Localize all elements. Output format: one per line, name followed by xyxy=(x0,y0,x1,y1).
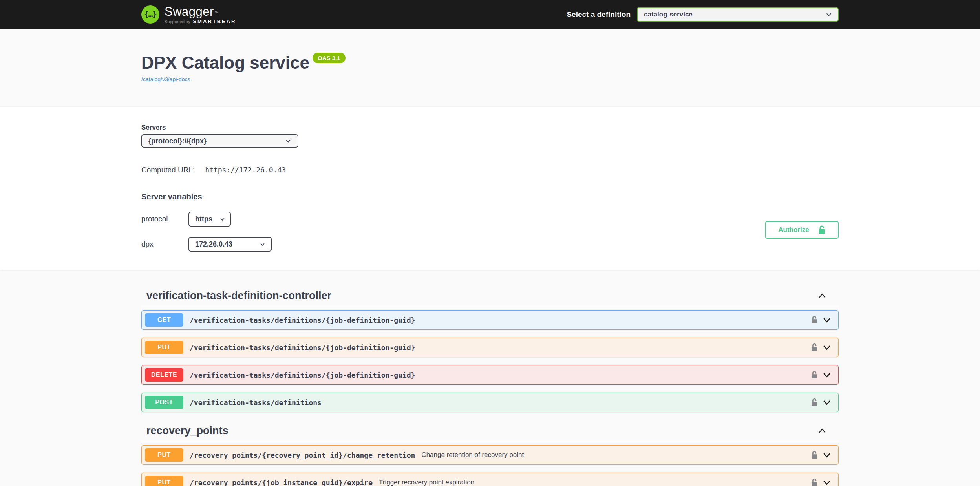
topbar: {…} Swagger ™ Supported by SMARTBEAR Sel… xyxy=(0,0,980,29)
operation-path: /verification-tasks/definitions/{job-def… xyxy=(190,371,415,379)
chevron-down-icon xyxy=(260,241,265,247)
chevron-up-icon xyxy=(817,291,827,301)
oas-version-badge: OAS 3.1 xyxy=(313,53,346,63)
section-header[interactable]: recovery_points xyxy=(141,422,839,442)
swagger-logo-icon: {…} xyxy=(141,5,159,24)
servers-select-value: {protocol}://{dpx} xyxy=(148,137,207,145)
chevron-down-icon xyxy=(219,216,225,222)
method-badge: GET xyxy=(145,313,183,327)
operation-description: Change retention of recovery point xyxy=(421,451,524,459)
chevron-down-icon[interactable] xyxy=(822,370,832,380)
operation-list: PUT /recovery_points/{recovery_point_id}… xyxy=(141,442,839,486)
chevron-down-icon xyxy=(285,138,291,144)
method-badge: PUT xyxy=(145,476,183,486)
servers-label: Servers xyxy=(141,124,298,132)
swagger-braces-glyph: {…} xyxy=(144,10,156,18)
operation-row[interactable]: PUT /recovery_points/{recovery_point_id}… xyxy=(141,445,839,465)
section-header[interactable]: verification-task-definition-controller xyxy=(141,287,839,307)
operation-row[interactable]: PUT /verification-tasks/definitions/{job… xyxy=(141,338,839,357)
operation-path: /recovery_points/{job_instance_guid}/exp… xyxy=(190,479,373,486)
operation-path: /verification-tasks/definitions xyxy=(190,398,322,407)
section-title: verification-task-definition-controller xyxy=(146,290,331,302)
server-variable-row: protocol https xyxy=(141,212,298,227)
operation-path: /verification-tasks/definitions/{job-def… xyxy=(190,316,415,324)
trademark-symbol: ™ xyxy=(215,11,219,15)
method-badge: PUT xyxy=(145,448,183,462)
operation-row[interactable]: POST /verification-tasks/definitions xyxy=(141,393,839,412)
brand-name: Swagger xyxy=(165,5,214,18)
section-title: recovery_points xyxy=(146,425,229,437)
opblock-tag-section: verification-task-definition-controller … xyxy=(141,287,839,412)
method-badge: POST xyxy=(145,396,183,409)
operation-description: Trigger recovery point expiration xyxy=(379,479,474,486)
collapse-section-button[interactable] xyxy=(817,291,827,301)
chevron-down-icon xyxy=(825,11,832,18)
servers-block: Servers {protocol}://{dpx} Computed URL:… xyxy=(141,124,298,252)
unlocked-padlock-icon[interactable] xyxy=(811,398,818,407)
chevron-up-icon xyxy=(817,426,827,436)
unlocked-padlock-icon[interactable] xyxy=(811,370,818,380)
operation-list: GET /verification-tasks/definitions/{job… xyxy=(141,307,839,412)
authorize-label: Authorize xyxy=(778,226,809,234)
servers-select[interactable]: {protocol}://{dpx} xyxy=(141,134,298,148)
server-variables-title: Server variables xyxy=(141,192,298,201)
unlocked-padlock-icon[interactable] xyxy=(811,315,818,325)
unlocked-padlock-icon xyxy=(818,225,826,235)
variable-name-protocol: protocol xyxy=(141,215,188,223)
info-section: DPX Catalog serviceOAS 3.1 /catalog/v3/a… xyxy=(0,29,980,107)
method-badge: PUT xyxy=(145,341,183,354)
definition-select-value: catalog-service xyxy=(644,11,693,18)
dpx-select[interactable]: 172.26.0.43 xyxy=(188,237,272,252)
scheme-container: Servers {protocol}://{dpx} Computed URL:… xyxy=(0,107,980,270)
operation-row[interactable]: GET /verification-tasks/definitions/{job… xyxy=(141,310,839,330)
operations-list: verification-task-definition-controller … xyxy=(141,287,839,486)
swagger-logo[interactable]: {…} Swagger ™ Supported by SMARTBEAR xyxy=(141,5,236,24)
select-definition-label: Select a definition xyxy=(567,10,631,19)
protocol-select[interactable]: https xyxy=(188,212,231,227)
dpx-select-value: 172.26.0.43 xyxy=(195,240,232,248)
method-badge: DELETE xyxy=(145,368,183,382)
page-title: DPX Catalog service xyxy=(141,53,309,72)
chevron-down-icon[interactable] xyxy=(822,342,832,353)
api-docs-link[interactable]: /catalog/v3/api-docs xyxy=(141,76,839,82)
operations-area: verification-task-definition-controller … xyxy=(0,270,980,486)
unlocked-padlock-icon[interactable] xyxy=(811,478,818,486)
protocol-select-value: https xyxy=(195,215,212,223)
operation-path: /recovery_points/{recovery_point_id}/cha… xyxy=(190,451,415,459)
operation-path: /verification-tasks/definitions/{job-def… xyxy=(190,343,415,352)
chevron-down-icon[interactable] xyxy=(822,397,832,407)
operation-row[interactable]: PUT /recovery_points/{job_instance_guid}… xyxy=(141,473,839,486)
computed-url-label: Computed URL: xyxy=(141,166,195,174)
variable-name-dpx: dpx xyxy=(141,240,188,248)
smartbear-label: SMARTBEAR xyxy=(193,19,236,24)
server-variable-row: dpx 172.26.0.43 xyxy=(141,237,298,252)
chevron-down-icon[interactable] xyxy=(822,477,832,486)
unlocked-padlock-icon[interactable] xyxy=(811,450,818,460)
authorize-button[interactable]: Authorize xyxy=(765,221,839,239)
definition-select[interactable]: catalog-service xyxy=(637,7,839,22)
chevron-down-icon[interactable] xyxy=(822,315,832,325)
supported-by-label: Supported by xyxy=(165,20,190,24)
opblock-tag-section: recovery_points PUT /recovery_points/{re… xyxy=(141,422,839,486)
unlocked-padlock-icon[interactable] xyxy=(811,343,818,352)
chevron-down-icon[interactable] xyxy=(822,450,832,460)
operation-row[interactable]: DELETE /verification-tasks/definitions/{… xyxy=(141,365,839,385)
collapse-section-button[interactable] xyxy=(817,426,827,436)
computed-url-value: https://172.26.0.43 xyxy=(205,166,286,174)
